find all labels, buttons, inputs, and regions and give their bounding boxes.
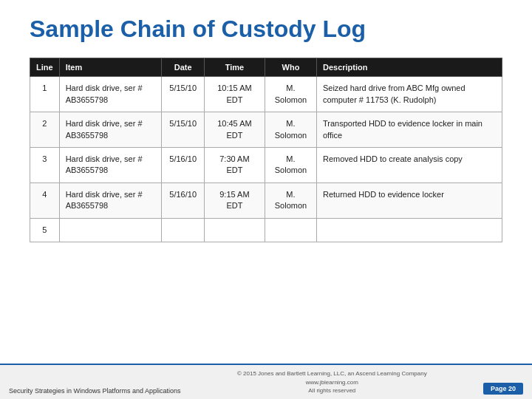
custody-log-table: Line Item Date Time Who Description 1Har… (30, 58, 502, 242)
table-row: 1Hard disk drive, ser # AB36557985/15/10… (30, 77, 502, 112)
table-container: Line Item Date Time Who Description 1Har… (30, 58, 502, 242)
col-date: Date (162, 58, 204, 77)
col-description: Description (316, 58, 502, 77)
cell-item (59, 218, 162, 242)
page: Sample Chain of Custody Log Line Item Da… (0, 0, 532, 399)
cell-description: Returned HDD to evidence locker (316, 183, 502, 218)
cell-time: 9:15 AM EDT (204, 183, 265, 218)
page-title: Sample Chain of Custody Log (30, 15, 502, 43)
col-item: Item (59, 58, 162, 77)
cell-description: Transported HDD to evidence locker in ma… (316, 112, 502, 148)
cell-time: 10:15 AM EDT (204, 77, 265, 112)
page-footer: Security Strategies in Windows Platforms… (0, 364, 532, 399)
cell-who: M. Solomon (265, 112, 316, 148)
cell-date (162, 218, 204, 242)
cell-description (316, 218, 502, 242)
cell-time (204, 218, 265, 242)
cell-who: M. Solomon (265, 183, 316, 218)
cell-line: 4 (30, 183, 60, 218)
cell-item: Hard disk drive, ser # AB3655798 (59, 183, 162, 218)
cell-line: 1 (30, 77, 60, 112)
table-row: 2Hard disk drive, ser # AB36557985/15/10… (30, 112, 502, 148)
cell-who: M. Solomon (265, 147, 316, 183)
footer-copyright: © 2015 Jones and Bartlett Learning, LLC,… (237, 369, 427, 395)
cell-item: Hard disk drive, ser # AB3655798 (59, 112, 162, 148)
cell-who: M. Solomon (265, 77, 316, 112)
table-row: 3Hard disk drive, ser # AB36557985/16/10… (30, 147, 502, 183)
footer-course-name: Security Strategies in Windows Platforms… (9, 387, 181, 395)
cell-line: 5 (30, 218, 60, 242)
col-line: Line (30, 58, 60, 77)
cell-description: Removed HDD to create analysis copy (316, 147, 502, 183)
cell-date: 5/16/10 (162, 183, 204, 218)
cell-description: Seized hard drive from ABC Mfg owned com… (316, 77, 502, 112)
table-row: 4Hard disk drive, ser # AB36557985/16/10… (30, 183, 502, 218)
cell-line: 3 (30, 147, 60, 183)
table-header-row: Line Item Date Time Who Description (30, 58, 502, 77)
col-time: Time (204, 58, 265, 77)
cell-date: 5/16/10 (162, 147, 204, 183)
footer-page-number: Page 20 (483, 383, 523, 395)
cell-time: 7:30 AM EDT (204, 147, 265, 183)
cell-item: Hard disk drive, ser # AB3655798 (59, 147, 162, 183)
cell-line: 2 (30, 112, 60, 148)
cell-date: 5/15/10 (162, 77, 204, 112)
cell-date: 5/15/10 (162, 112, 204, 148)
cell-who (265, 218, 316, 242)
col-who: Who (265, 58, 316, 77)
table-row: 5 (30, 218, 502, 242)
cell-time: 10:45 AM EDT (204, 112, 265, 148)
cell-item: Hard disk drive, ser # AB3655798 (59, 77, 162, 112)
